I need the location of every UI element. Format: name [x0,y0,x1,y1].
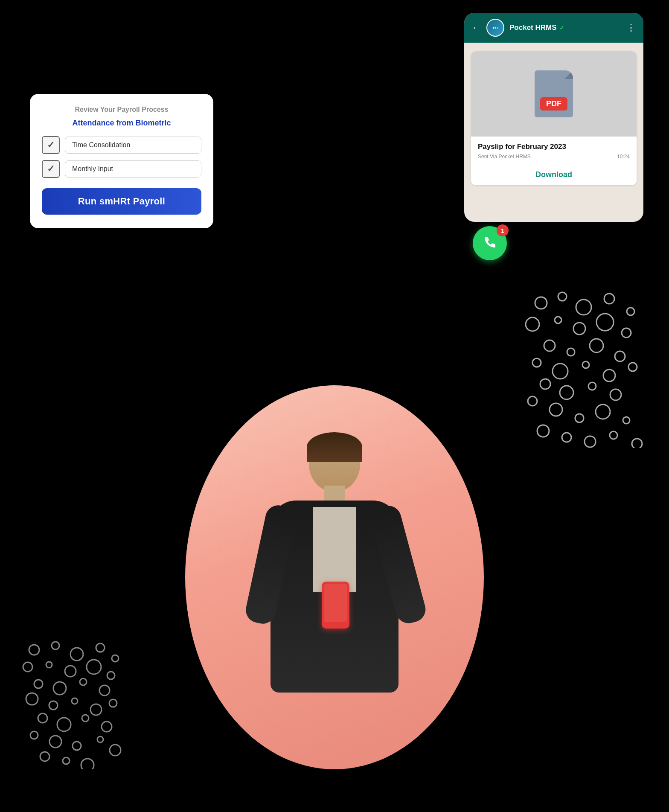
person-figure [228,437,441,786]
svg-point-59 [97,736,103,742]
svg-point-3 [604,294,614,304]
svg-point-58 [73,742,81,750]
payroll-card: Review Your Payroll Process Attendance f… [30,94,213,228]
whatsapp-header: ← PH Pocket HRMS ✓ ⋮ [464,13,643,43]
svg-point-53 [57,718,71,731]
download-button[interactable]: Download [471,164,637,185]
svg-point-31 [610,431,617,439]
svg-point-54 [82,715,89,722]
message-bubble: PDF Payslip for February 2023 Sent Via P… [471,51,637,185]
checkmark-icon-2: ✓ [47,163,55,175]
svg-point-39 [46,662,52,668]
svg-point-36 [96,643,105,652]
svg-point-35 [70,648,83,661]
pdf-time: 10:24 [617,154,630,160]
svg-point-23 [528,396,537,406]
whatsapp-phone-icon: 1 [473,226,507,260]
svg-point-24 [550,403,562,416]
checkbox-label-time-consolidation: Time Consolidation [65,137,201,154]
checkbox-row-time-consolidation: ✓ Time Consolidation [42,136,201,154]
svg-point-10 [544,340,555,351]
svg-point-43 [34,680,43,688]
checkbox-monthly-input[interactable]: ✓ [42,160,60,178]
svg-point-47 [26,693,38,705]
svg-point-27 [623,417,630,424]
payroll-card-title: Review Your Payroll Process [42,106,201,114]
svg-point-12 [590,339,603,352]
svg-point-1 [558,292,567,301]
svg-point-8 [596,314,614,331]
svg-point-51 [109,699,117,707]
verified-icon: ✓ [559,24,564,31]
svg-point-14 [532,358,541,367]
checkbox-time-consolidation[interactable]: ✓ [42,136,60,154]
svg-point-61 [40,752,49,761]
svg-point-52 [38,713,47,723]
dots-decoration-right [524,290,643,448]
checkmark-icon: ✓ [47,140,55,151]
svg-point-56 [30,731,38,739]
svg-point-5 [526,317,539,331]
pdf-file-shape: PDF [535,70,573,117]
phone-svg-icon [481,235,498,252]
svg-point-63 [81,759,94,769]
checkbox-label-monthly-input: Monthly Input [65,160,201,178]
notification-badge: 1 [497,224,509,236]
svg-point-37 [112,655,119,662]
pocket-hrms-avatar: PH [486,19,504,37]
more-options-icon[interactable]: ⋮ [626,22,636,33]
svg-point-25 [575,414,584,422]
svg-point-2 [576,300,591,315]
pdf-sender: Sent Via Pocket HRMS [478,154,531,160]
svg-point-26 [596,405,610,419]
svg-point-57 [49,736,61,748]
svg-point-49 [72,698,78,704]
svg-point-33 [29,645,39,655]
svg-point-48 [49,701,58,710]
pdf-badge: PDF [540,97,567,111]
svg-point-42 [107,672,115,679]
pdf-title: Payslip for February 2023 [471,137,637,153]
svg-point-22 [610,389,621,400]
svg-point-45 [80,678,87,685]
svg-point-50 [90,704,102,715]
svg-point-30 [585,436,596,447]
run-payroll-button[interactable]: Run smHRt Payroll [42,188,201,215]
svg-point-44 [53,682,66,695]
svg-point-38 [23,662,32,672]
pdf-preview: PDF [471,51,637,137]
checkbox-row-monthly-input: ✓ Monthly Input [42,160,201,178]
wa-name-area: Pocket HRMS ✓ [509,23,621,32]
svg-point-20 [560,386,573,399]
dots-decoration-left [21,641,124,769]
svg-point-46 [99,685,110,696]
whatsapp-phone-badge: 1 [473,226,507,260]
svg-point-17 [603,370,615,381]
pdf-icon: PDF [535,70,573,117]
whatsapp-body: PDF Payslip for February 2023 Sent Via P… [464,43,643,222]
svg-point-32 [632,439,642,448]
svg-point-21 [588,382,596,390]
svg-point-29 [562,433,571,442]
svg-point-41 [87,660,101,674]
svg-point-9 [622,328,631,338]
wa-app-name: Pocket HRMS ✓ [509,23,621,32]
svg-point-7 [573,323,585,335]
svg-point-55 [102,722,112,732]
svg-point-18 [628,363,637,371]
svg-point-60 [110,745,121,756]
pdf-file-corner [564,70,573,79]
svg-point-15 [553,364,568,379]
payroll-card-subtitle: Attendance from Biometric [42,119,201,128]
whatsapp-card: ← PH Pocket HRMS ✓ ⋮ PDF [464,13,643,222]
svg-point-40 [65,666,76,677]
svg-point-62 [63,757,70,764]
svg-point-0 [535,297,547,309]
svg-point-16 [582,361,589,368]
svg-point-13 [615,351,625,361]
svg-point-4 [627,308,634,315]
svg-point-28 [537,425,549,437]
svg-point-34 [52,642,59,649]
pdf-meta: Sent Via Pocket HRMS 10:24 [471,153,637,164]
back-arrow-icon[interactable]: ← [472,22,481,33]
